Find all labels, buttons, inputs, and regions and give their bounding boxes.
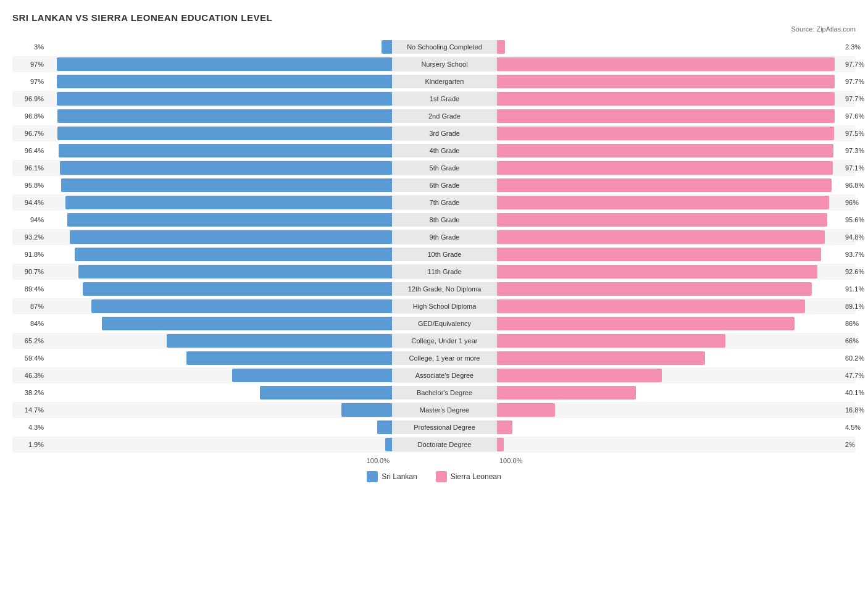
right-bar — [497, 92, 835, 106]
left-bar — [57, 75, 392, 88]
bar-row: 89.4%12th Grade, No Diploma91.1% — [12, 281, 856, 297]
axis-row: 100.0%100.0% — [12, 455, 856, 466]
bar-label: 3rd Grade — [392, 127, 497, 140]
bar-label: High School Diploma — [392, 299, 497, 313]
left-value: 96.9% — [12, 95, 46, 102]
bar-row: 96.4%4th Grade97.3% — [12, 143, 856, 159]
left-value: 65.2% — [12, 337, 46, 345]
left-value: 89.4% — [12, 285, 46, 293]
left-bar — [78, 265, 392, 278]
left-bar — [60, 161, 392, 175]
right-bar — [497, 420, 512, 434]
right-bar — [497, 369, 662, 382]
right-bar — [497, 196, 829, 209]
bar-label: Doctorate Degree — [392, 438, 497, 451]
right-value: 2% — [843, 441, 868, 448]
left-bar — [57, 127, 392, 140]
right-value: 97.6% — [843, 112, 868, 120]
left-value: 59.4% — [12, 354, 46, 362]
left-value: 87% — [12, 303, 46, 310]
bar-label: Professional Degree — [392, 420, 497, 434]
right-value: 96% — [843, 199, 868, 206]
right-value: 95.6% — [843, 216, 868, 224]
bar-row: 3%No Schooling Completed2.3% — [12, 39, 856, 55]
bar-label: Kindergarten — [392, 75, 497, 88]
right-bar — [497, 299, 805, 313]
left-bar — [57, 109, 392, 123]
left-value: 14.7% — [12, 406, 46, 414]
left-bar — [382, 40, 392, 54]
right-bar — [497, 127, 834, 140]
bar-row: 46.3%Associate's Degree47.7% — [12, 367, 856, 383]
bar-row: 14.7%Master's Degree16.8% — [12, 402, 856, 418]
left-bar — [102, 317, 392, 330]
left-value: 96.8% — [12, 112, 46, 120]
legend-sierra-leonean-box — [436, 471, 447, 482]
bar-row: 38.2%Bachelor's Degree40.1% — [12, 385, 856, 401]
left-value: 46.3% — [12, 372, 46, 379]
left-value: 4.3% — [12, 424, 46, 431]
right-bar — [497, 282, 812, 296]
left-value: 96.4% — [12, 147, 46, 154]
right-value: 97.5% — [843, 130, 868, 137]
bar-label: Master's Degree — [392, 403, 497, 417]
right-value: 40.1% — [843, 389, 868, 396]
right-value: 97.7% — [843, 95, 868, 102]
right-value: 86% — [843, 320, 868, 327]
right-value: 66% — [843, 337, 868, 345]
left-bar — [65, 196, 392, 209]
bar-row: 94%8th Grade95.6% — [12, 212, 856, 228]
right-value: 4.5% — [843, 424, 868, 431]
right-bar — [497, 178, 832, 192]
legend-sri-lankan-box — [367, 471, 378, 482]
right-value: 92.6% — [843, 268, 868, 275]
right-bar — [497, 161, 833, 175]
right-bar — [497, 57, 835, 71]
bar-row: 97%Kindergarten97.7% — [12, 73, 856, 90]
legend-sierra-leonean-label: Sierra Leonean — [451, 472, 501, 481]
bar-row: 91.8%10th Grade93.7% — [12, 246, 856, 262]
right-value: 60.2% — [843, 354, 868, 362]
bar-label: 2nd Grade — [392, 109, 497, 123]
left-value: 94.4% — [12, 199, 46, 206]
right-bar — [497, 403, 555, 417]
bar-label: 7th Grade — [392, 196, 497, 209]
legend-sierra-leonean: Sierra Leonean — [436, 471, 501, 482]
bar-row: 96.8%2nd Grade97.6% — [12, 108, 856, 124]
left-value: 96.7% — [12, 130, 46, 137]
left-bar — [75, 248, 392, 261]
axis-left-label: 100.0% — [12, 457, 392, 464]
bar-row: 95.8%6th Grade96.8% — [12, 177, 856, 193]
right-value: 89.1% — [843, 303, 868, 310]
right-bar — [497, 40, 505, 54]
right-bar — [497, 230, 825, 244]
left-bar — [70, 230, 392, 244]
left-bar — [232, 369, 392, 382]
bar-label: Nursery School — [392, 57, 497, 71]
right-value: 91.1% — [843, 285, 868, 293]
left-bar — [341, 403, 392, 417]
bar-label: 12th Grade, No Diploma — [392, 282, 497, 296]
bar-label: Associate's Degree — [392, 369, 497, 382]
left-bar — [59, 144, 392, 157]
bar-label: 8th Grade — [392, 213, 497, 227]
right-value: 2.3% — [843, 43, 868, 51]
left-bar — [377, 420, 392, 434]
bar-label: 11th Grade — [392, 265, 497, 278]
right-bar — [497, 144, 833, 157]
bar-row: 1.9%Doctorate Degree2% — [12, 437, 856, 453]
right-bar — [497, 386, 636, 399]
bar-row: 87%High School Diploma89.1% — [12, 298, 856, 314]
bar-label: 10th Grade — [392, 248, 497, 261]
left-value: 91.8% — [12, 251, 46, 258]
right-value: 47.7% — [843, 372, 868, 379]
right-bar — [497, 109, 835, 123]
right-value: 93.7% — [843, 251, 868, 258]
right-value: 97.3% — [843, 147, 868, 154]
bar-label: GED/Equivalency — [392, 317, 497, 330]
right-value: 96.8% — [843, 182, 868, 189]
legend-sri-lankan: Sri Lankan — [367, 471, 417, 482]
left-value: 97% — [12, 78, 46, 85]
bar-row: 96.1%5th Grade97.1% — [12, 160, 856, 176]
left-value: 90.7% — [12, 268, 46, 275]
